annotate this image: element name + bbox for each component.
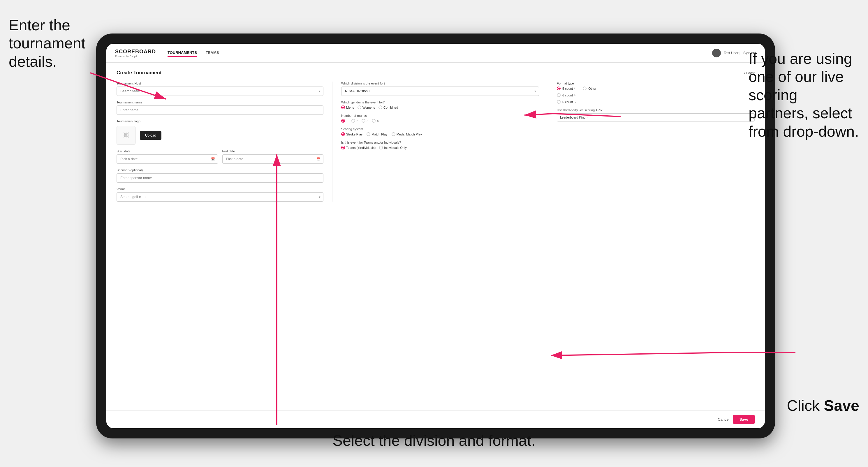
radio-r1-label: 1 — [346, 119, 348, 123]
tournament-name-input[interactable] — [117, 105, 323, 115]
end-date-wrapper: 📅 — [222, 154, 324, 164]
format-other[interactable]: Other — [583, 87, 596, 90]
calendar-icon-end: 📅 — [316, 157, 320, 161]
division-select-wrapper: ▾ — [341, 87, 539, 96]
end-date-input[interactable] — [222, 154, 324, 164]
radio-stroke-label: Stroke Play — [346, 132, 363, 136]
start-date-label: Start date — [117, 150, 218, 153]
sponsor-input[interactable] — [117, 173, 323, 183]
tournament-name-group: Tournament name — [117, 100, 323, 115]
logo-subtitle: Powered by Clippit — [115, 55, 156, 58]
search-team-input[interactable] — [117, 87, 323, 96]
logo-upload-area: 🖼 Upload — [117, 126, 323, 145]
scoring-medal-match[interactable]: Medal Match Play — [392, 132, 422, 136]
radio-teams-label: Teams (+Individuals) — [346, 146, 376, 150]
tablet-screen: SCOREBOARD Powered by Clippit TOURNAMENT… — [106, 44, 765, 428]
nav-tabs: TOURNAMENTS TEAMS — [167, 49, 712, 57]
gender-group: Which gender is the event for? Mens Wome… — [341, 100, 539, 109]
rounds-radio-group: 1 2 3 — [341, 119, 539, 123]
scoring-radio-group: Stroke Play Match Play Medal Match Play — [341, 132, 539, 136]
division-input[interactable] — [341, 87, 539, 96]
rounds-1[interactable]: 1 — [341, 119, 348, 123]
format-col-left: 5 count 4 6 count 4 6 count 5 — [557, 87, 576, 104]
annotation-top-right: If you are using one of our live scoring… — [748, 50, 859, 141]
scoring-stroke-play[interactable]: Stroke Play — [341, 132, 363, 136]
live-scoring-label: Use third-party live scoring API? — [557, 108, 755, 112]
start-date-group: Start date 📅 — [117, 150, 218, 164]
teams-group: Is this event for Teams and/or Individua… — [341, 141, 539, 150]
annotation-bottom-right: Click Save — [787, 397, 859, 414]
radio-r1-icon — [341, 119, 345, 123]
date-row: Start date 📅 End date 📅 — [117, 150, 323, 164]
radio-medal-label: Medal Match Play — [397, 132, 422, 136]
rounds-4[interactable]: 4 — [372, 119, 378, 123]
scoring-group: Scoring system Stroke Play Match Play — [341, 127, 539, 136]
image-icon: 🖼 — [123, 132, 129, 139]
teams-radio-group: Teams (+Individuals) Individuals Only — [341, 146, 539, 150]
form-title: Create Tournament — [117, 70, 162, 76]
radio-womens-label: Womens — [363, 106, 375, 109]
search-golf-club-input[interactable] — [117, 192, 323, 201]
logo-label: Tournament logo — [117, 119, 323, 123]
venue-input-wrapper: ▾ — [117, 192, 323, 201]
radio-combined-icon — [378, 105, 382, 109]
live-scoring-select[interactable]: Leaderboard King × ▾ — [557, 113, 755, 122]
remove-live-scoring[interactable]: × — [587, 116, 589, 119]
form-column-3: Format type 5 count 4 6 count — [548, 82, 755, 201]
radio-mens-icon — [341, 105, 345, 109]
nav-bar: SCOREBOARD Powered by Clippit TOURNAMENT… — [106, 44, 765, 63]
radio-mens-label: Mens — [346, 106, 354, 109]
start-date-input[interactable] — [117, 154, 218, 164]
division-label: Which division is the event for? — [341, 82, 539, 85]
rounds-2[interactable]: 2 — [351, 119, 358, 123]
end-date-group: End date 📅 — [222, 150, 324, 164]
format-type-group: Format type 5 count 4 6 count — [557, 82, 755, 104]
live-scoring-value: Leaderboard King — [560, 116, 585, 119]
format-6count4[interactable]: 6 count 4 — [557, 93, 576, 97]
radio-6count4-icon — [557, 93, 561, 97]
sponsor-group: Sponsor (optional) — [117, 168, 323, 183]
individuals-only[interactable]: Individuals Only — [379, 146, 407, 150]
end-date-label: End date — [222, 150, 324, 153]
form-columns: Tournament Host ▾ Tournament name Tourna — [117, 82, 755, 201]
radio-combined-label: Combined — [383, 106, 398, 109]
radio-6count5-icon — [557, 100, 561, 104]
radio-other-icon — [583, 87, 587, 90]
form-column-1: Tournament Host ▾ Tournament name Tourna — [117, 82, 323, 201]
logo-group: Tournament logo 🖼 Upload — [117, 119, 323, 145]
cancel-button[interactable]: Cancel — [718, 415, 729, 424]
host-label: Tournament Host — [117, 82, 323, 85]
gender-combined[interactable]: Combined — [378, 105, 398, 109]
save-button[interactable]: Save — [733, 415, 755, 424]
scoring-match-play[interactable]: Match Play — [367, 132, 387, 136]
radio-stroke-icon — [341, 132, 345, 136]
gender-mens[interactable]: Mens — [341, 105, 354, 109]
tournament-host-group: Tournament Host ▾ — [117, 82, 323, 96]
nav-tab-teams[interactable]: TEAMS — [206, 49, 219, 57]
rounds-3[interactable]: 3 — [362, 119, 368, 123]
radio-r3-label: 3 — [367, 119, 368, 123]
teams-label: Is this event for Teams and/or Individua… — [341, 141, 539, 144]
app-logo: SCOREBOARD — [115, 49, 156, 55]
radio-r3-icon — [362, 119, 365, 123]
radio-r2-icon — [351, 119, 355, 123]
radio-match-icon — [367, 132, 370, 136]
host-input-wrapper: ▾ — [117, 87, 323, 96]
radio-5count4-label: 5 count 4 — [562, 87, 576, 90]
format-5count4[interactable]: 5 count 4 — [557, 87, 576, 90]
format-6count5[interactable]: 6 count 5 — [557, 100, 576, 104]
format-type-label: Format type — [557, 82, 755, 85]
dropdown-icon: ▾ — [319, 195, 320, 199]
radio-teams-icon — [341, 146, 345, 150]
form-header: Create Tournament Back — [117, 70, 755, 76]
nav-tab-tournaments[interactable]: TOURNAMENTS — [167, 49, 197, 57]
user-name: Test User | — [724, 51, 740, 55]
radio-6count5-label: 6 count 5 — [562, 100, 576, 104]
gender-womens[interactable]: Womens — [358, 105, 375, 109]
venue-group: Venue ▾ — [117, 187, 323, 201]
radio-medal-icon — [392, 132, 395, 136]
radio-individuals-label: Individuals Only — [384, 146, 407, 150]
upload-button[interactable]: Upload — [140, 131, 161, 140]
teams-plus-individuals[interactable]: Teams (+Individuals) — [341, 146, 376, 150]
start-date-wrapper: 📅 — [117, 154, 218, 164]
